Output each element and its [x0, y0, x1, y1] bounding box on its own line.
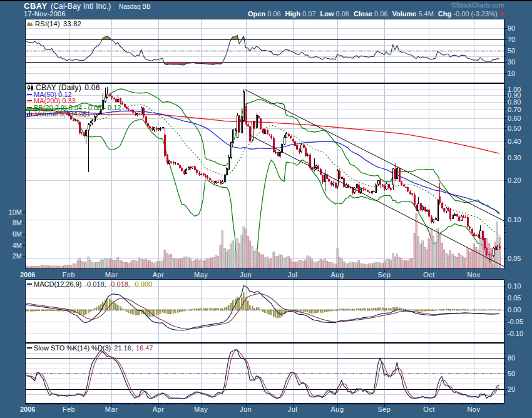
quote-label-chg: Chg: [438, 10, 451, 18]
quote-label-volume: Volume: [392, 10, 416, 18]
change-down-arrow-icon: [499, 13, 504, 16]
top-edge-line: [0, 0, 532, 1]
stockcharts-chart: 1.000.900.800.700.600.500.400.300.200.10…: [0, 0, 532, 418]
macd-legend-title: MACD(12,26,9): [34, 280, 81, 288]
stochastics-legend: Slow STO %K(14) %D(3) 21.16, 16.47: [27, 344, 153, 352]
rsi-indicator-icon: [27, 20, 33, 28]
volume-axis-label: 2M: [13, 252, 22, 260]
rsi-legend: RSI(14) 33.82: [27, 20, 81, 28]
price-axis-label: 0.10: [508, 216, 521, 223]
ma200-line-icon: [27, 100, 32, 101]
month-label: Apr: [153, 405, 165, 413]
macd-line-icon: [27, 283, 32, 285]
quote-date: 17-Nov-2006: [24, 10, 66, 18]
volume-bars-icon: [27, 111, 33, 118]
macd-axis-label: 0.05: [508, 294, 521, 302]
month-label: Nov: [467, 271, 480, 278]
ticker-symbol: CBAY: [24, 1, 48, 11]
price-axis-label: 0.20: [508, 176, 521, 184]
price-axis-label: 0.60: [508, 115, 521, 122]
price-axis-label: 0.80: [508, 98, 521, 106]
quote-label-open: Open: [248, 10, 265, 18]
price-legend-value: 0.06: [84, 84, 100, 91]
quote-value-high: 0.07: [300, 10, 315, 18]
macd-axis-label: 0.00: [508, 306, 521, 314]
year-label: 2006: [20, 271, 35, 278]
month-label: Aug: [330, 271, 344, 278]
x-axis-top-strip: 2006FebMarAprMayJunJulAugSepOctNov: [20, 270, 500, 278]
month-label: Nov: [467, 405, 480, 413]
month-label: Mar: [105, 271, 118, 278]
sto-line-icon: [27, 347, 32, 349]
rsi-axis-label: 70: [508, 36, 515, 43]
month-label: Feb: [63, 271, 75, 278]
macd-hist-value: -0.000: [133, 280, 152, 288]
rsi-axis-label: 90: [508, 24, 515, 32]
price-legend: CBAY (Daily) 0.06 MA(50) 0.12 MA(200) 0.…: [27, 84, 121, 118]
month-label: Oct: [423, 271, 435, 278]
year-label: 2006: [20, 405, 35, 413]
rsi-axis-label: 30: [508, 58, 515, 66]
month-label: Jun: [240, 405, 252, 413]
bollinger-line-icon: [27, 107, 32, 108]
candlestick-icon: [27, 84, 34, 92]
volume-axis-label: 8M: [13, 219, 22, 227]
month-label: Jun: [240, 271, 252, 278]
volume-axis-label: 10M: [9, 208, 22, 216]
month-label: Apr: [153, 271, 165, 278]
company-name: (Cal-Bay Intl Inc.): [51, 2, 111, 11]
price-legend-title: CBAY (Daily): [36, 84, 81, 91]
price-axis-label: 0.05: [508, 255, 521, 262]
rsi-legend-value: 33.82: [63, 20, 81, 28]
month-label: May: [194, 405, 208, 413]
month-label: Aug: [330, 405, 344, 413]
quote-label-low: Low: [320, 10, 334, 18]
price-axis-label: 0.70: [508, 106, 521, 113]
quote-bar: Open 0.06High 0.07Low 0.06Close 0.06Volu…: [248, 10, 504, 18]
quote-value-close: 0.06: [372, 10, 387, 18]
price-axis-label: 0.30: [508, 154, 521, 161]
month-label: Oct: [423, 405, 435, 413]
macd-signal-value: -0.018,: [109, 280, 130, 288]
volume-axis-label: 6M: [13, 230, 22, 238]
sto-legend-title: Slow STO %K(14) %D(3): [34, 344, 111, 352]
price-axis-label: 0.50: [508, 125, 521, 132]
quote-label-high: High: [285, 10, 300, 18]
sto-d-value: 16.47: [136, 344, 153, 352]
volume-legend: Volume 5,434,251: [35, 111, 91, 118]
month-label: Mar: [105, 405, 118, 413]
macd-value: -0.018,: [84, 280, 106, 288]
rsi-legend-title: RSI(14): [35, 20, 60, 28]
sto-axis-label: 80: [508, 354, 515, 362]
ma50-line-icon: [27, 94, 32, 95]
month-label: Jul: [288, 271, 298, 278]
quote-value-volume: 5.4M: [416, 10, 434, 18]
price-axis-label: 0.40: [508, 138, 521, 145]
volume-axis-label: 4M: [13, 242, 22, 249]
sto-axis-label: 20: [508, 385, 515, 393]
month-label: May: [194, 271, 208, 278]
quote-value-chg: -0.00 (-3.23%): [451, 10, 497, 18]
month-label: Sep: [377, 405, 391, 413]
copyright-note: ©StockCharts.com: [451, 2, 504, 9]
rsi-axis-label: 50: [508, 47, 515, 54]
month-label: Jul: [288, 405, 298, 413]
month-label: Feb: [63, 405, 75, 413]
macd-legend: MACD(12,26,9) -0.018, -0.018, -0.000: [27, 280, 152, 288]
sto-k-value: 21.16,: [114, 344, 133, 352]
quote-value-low: 0.06: [334, 10, 349, 18]
exchange-name: Nasdaq BB: [119, 3, 151, 10]
macd-axis-label: -0.10: [508, 330, 523, 337]
sto-axis-label: 50: [508, 370, 515, 377]
x-axis-bottom-strip: 2006FebMarAprMayJunJulAugSepOctNov: [20, 404, 500, 413]
quote-label-close: Close: [354, 10, 372, 18]
quote-value-open: 0.06: [265, 10, 280, 18]
chart-canvas: 1.000.900.800.700.600.500.400.300.200.10…: [0, 0, 532, 418]
macd-axis-label: -0.05: [508, 318, 523, 325]
rsi-axis-label: 10: [508, 69, 515, 77]
macd-axis-label: 0.10: [508, 282, 521, 290]
month-label: Sep: [377, 271, 391, 278]
